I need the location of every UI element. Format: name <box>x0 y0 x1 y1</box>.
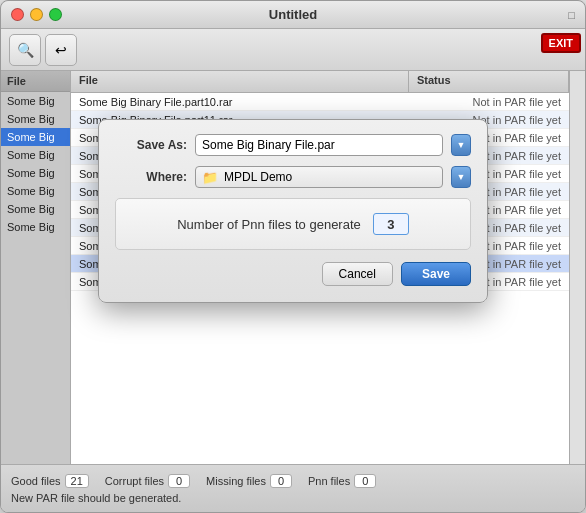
pnn-input[interactable] <box>373 213 409 235</box>
where-row: Where: 📁 MPDL Demo ▼ <box>115 166 471 188</box>
save-as-row: Save As: ▼ <box>115 134 471 156</box>
main-content: File Some Big Some Big Some Big Some Big… <box>1 71 585 464</box>
window-title: Untitled <box>269 7 317 22</box>
pnn-files-stat: Pnn files 0 <box>308 474 376 488</box>
save-button[interactable]: Save <box>401 262 471 286</box>
missing-files-value: 0 <box>270 474 292 488</box>
toolbar-button-1[interactable]: 🔍 <box>9 34 41 66</box>
modal-buttons: Cancel Save <box>115 262 471 286</box>
where-value: MPDL Demo <box>224 170 292 184</box>
bottom-bar: Good files 21 Corrupt files 0 Missing fi… <box>1 464 585 512</box>
save-dialog: Save As: ▼ Where: 📁 MPDL Demo ▼ Number o… <box>98 119 488 303</box>
maximize-button[interactable] <box>49 8 62 21</box>
good-files-label: Good files <box>11 475 61 487</box>
corrupt-files-label: Corrupt files <box>105 475 164 487</box>
modal-overlay: Save As: ▼ Where: 📁 MPDL Demo ▼ Number o… <box>1 71 585 464</box>
window-controls <box>11 8 62 21</box>
status-text: New PAR file should be generated. <box>11 492 575 504</box>
good-files-stat: Good files 21 <box>11 474 89 488</box>
pnn-box: Number of Pnn files to generate <box>115 198 471 250</box>
zoom-icon: □ <box>568 9 575 21</box>
toolbar-button-2[interactable]: ↩ <box>45 34 77 66</box>
where-select[interactable]: 📁 MPDL Demo <box>195 166 443 188</box>
save-as-dropdown[interactable]: ▼ <box>451 134 471 156</box>
corrupt-files-stat: Corrupt files 0 <box>105 474 190 488</box>
pnn-files-label: Pnn files <box>308 475 350 487</box>
close-button[interactable] <box>11 8 24 21</box>
good-files-value: 21 <box>65 474 89 488</box>
missing-files-label: Missing files <box>206 475 266 487</box>
main-window: Untitled □ 🔍 ↩ EXIT File Some Big Some B… <box>0 0 586 513</box>
save-as-label: Save As: <box>115 138 187 152</box>
folder-icon: 📁 <box>202 170 218 185</box>
exit-button[interactable]: EXIT <box>541 33 581 53</box>
toolbar: 🔍 ↩ EXIT <box>1 29 585 71</box>
save-as-input[interactable] <box>195 134 443 156</box>
pnn-files-value: 0 <box>354 474 376 488</box>
stats-row: Good files 21 Corrupt files 0 Missing fi… <box>11 474 575 488</box>
titlebar: Untitled □ <box>1 1 585 29</box>
corrupt-files-value: 0 <box>168 474 190 488</box>
where-arrow[interactable]: ▼ <box>451 166 471 188</box>
pnn-label: Number of Pnn files to generate <box>177 217 361 232</box>
where-label: Where: <box>115 170 187 184</box>
missing-files-stat: Missing files 0 <box>206 474 292 488</box>
minimize-button[interactable] <box>30 8 43 21</box>
cancel-button[interactable]: Cancel <box>322 262 393 286</box>
